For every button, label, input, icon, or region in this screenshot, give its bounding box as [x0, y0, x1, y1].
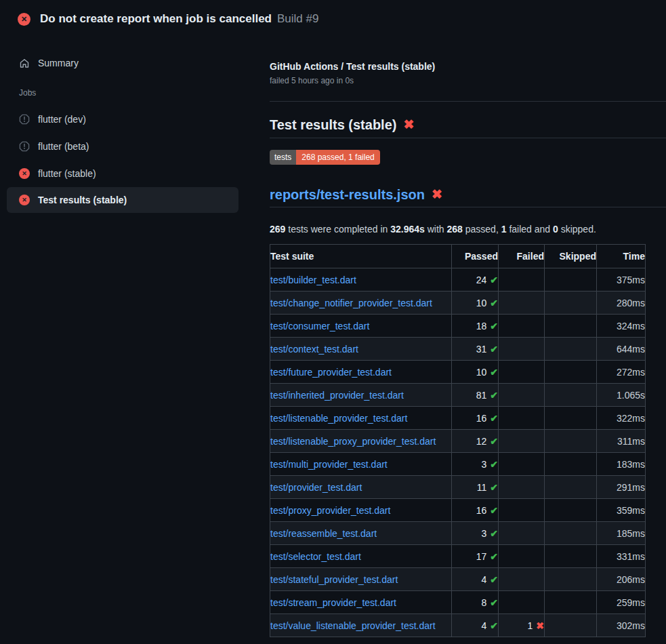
- summary-number: 1: [501, 224, 507, 235]
- sidebar-job-item[interactable]: ✕flutter (stable): [7, 160, 238, 187]
- badge-label: tests: [270, 150, 296, 165]
- failed-cell: [499, 522, 545, 545]
- failed-cell: [499, 591, 545, 614]
- check-icon: ✔: [490, 620, 498, 631]
- summary-text: tests were completed in: [285, 224, 390, 235]
- summary-number: 268: [447, 224, 463, 235]
- suite-cell: test/reassemble_test.dart: [270, 522, 452, 545]
- suite-cell: test/listenable_proxy_provider_test.dart: [270, 430, 452, 453]
- failed-cell: [499, 568, 545, 591]
- failed-cell: [499, 291, 545, 315]
- test-suite-link[interactable]: test/listenable_proxy_provider_test.dart: [270, 436, 436, 447]
- failed-x-icon: ✖: [403, 116, 414, 134]
- table-row: test/proxy_provider_test.dart16✔359ms: [270, 499, 646, 522]
- skipped-cell: [545, 614, 597, 637]
- run-title: Do not create report when job is cancell…: [40, 12, 272, 26]
- skipped-cell: [545, 568, 597, 591]
- table-row: test/change_notifier_provider_test.dart1…: [270, 291, 646, 315]
- passed-cell: 16✔: [452, 499, 499, 522]
- sidebar-job-item[interactable]: flutter (dev): [7, 106, 238, 133]
- failed-count: 1: [527, 620, 533, 631]
- failed-cell: [499, 476, 545, 499]
- test-suite-link[interactable]: test/multi_provider_test.dart: [270, 459, 388, 470]
- passed-count: 24: [476, 275, 487, 285]
- column-header: Skipped: [545, 245, 597, 268]
- suite-cell: test/context_test.dart: [270, 338, 452, 361]
- sidebar-item-summary[interactable]: Summary: [7, 54, 238, 72]
- suite-cell: test/stream_provider_test.dart: [270, 591, 452, 614]
- test-suite-link[interactable]: test/proxy_provider_test.dart: [270, 505, 390, 516]
- job-label: Test results (stable): [38, 195, 127, 205]
- sidebar: Summary Jobs flutter (dev)flutter (beta)…: [7, 38, 238, 213]
- test-suite-link[interactable]: test/stateful_provider_test.dart: [270, 574, 398, 585]
- column-header: Time: [597, 245, 646, 268]
- sidebar-job-item[interactable]: flutter (beta): [7, 133, 238, 160]
- failed-cell: [499, 338, 545, 361]
- check-icon: ✔: [490, 482, 498, 493]
- skipped-cell: [545, 315, 597, 338]
- passed-cell: 16✔: [452, 407, 499, 430]
- failed-cell: [499, 315, 545, 338]
- skipped-cell: [545, 407, 597, 430]
- test-suite-link[interactable]: test/inherited_provider_test.dart: [270, 390, 404, 401]
- sidebar-job-item[interactable]: ✕Test results (stable): [7, 187, 238, 213]
- job-label: flutter (dev): [38, 114, 86, 125]
- passed-cell: 17✔: [452, 545, 499, 568]
- test-suite-link[interactable]: test/context_test.dart: [270, 344, 358, 355]
- table-row: test/context_test.dart31✔644ms: [270, 338, 646, 361]
- skipped-cell: [545, 499, 597, 522]
- suite-cell: test/provider_test.dart: [270, 476, 452, 499]
- workflow-run-page: ✕ Do not create report when job is cance…: [0, 0, 666, 644]
- time-cell: 291ms: [597, 476, 646, 499]
- skipped-cell: [545, 476, 597, 499]
- test-suite-link[interactable]: test/consumer_test.dart: [270, 321, 369, 331]
- check-icon: ✔: [490, 275, 498, 285]
- failed-cell: [499, 545, 545, 568]
- table-row: test/listenable_proxy_provider_test.dart…: [270, 430, 646, 453]
- section-title-text: Test results (stable): [270, 116, 396, 134]
- column-header: Test suite: [270, 245, 452, 268]
- check-icon: ✔: [490, 367, 498, 378]
- test-suite-link[interactable]: test/listenable_provider_test.dart: [270, 413, 407, 424]
- skipped-cell: [545, 291, 597, 315]
- time-cell: 322ms: [597, 407, 646, 430]
- test-suite-link[interactable]: test/change_notifier_provider_test.dart: [270, 298, 432, 308]
- skipped-cell: [545, 522, 597, 545]
- sidebar-summary-label: Summary: [38, 58, 79, 68]
- check-icon: ✔: [490, 551, 498, 562]
- report-file-heading[interactable]: reports/test-results.json ✖: [270, 186, 666, 207]
- suite-cell: test/multi_provider_test.dart: [270, 453, 452, 476]
- passed-count: 4: [481, 574, 486, 585]
- passed-cell: 18✔: [452, 315, 499, 338]
- time-cell: 324ms: [597, 315, 646, 338]
- passed-cell: 3✔: [452, 453, 499, 476]
- passed-count: 16: [476, 413, 487, 424]
- check-icon: ✔: [490, 528, 498, 539]
- test-results-table: Test suitePassedFailedSkippedTime test/b…: [270, 244, 646, 637]
- report-file-link[interactable]: reports/test-results.json: [270, 186, 425, 203]
- suite-cell: test/consumer_test.dart: [270, 315, 452, 338]
- test-suite-link[interactable]: test/future_provider_test.dart: [270, 367, 392, 378]
- test-suite-link[interactable]: test/reassemble_test.dart: [270, 528, 377, 539]
- skipped-cell: [545, 384, 597, 407]
- suite-cell: test/stateful_provider_test.dart: [270, 568, 452, 591]
- passed-count: 10: [476, 367, 487, 378]
- failed-x-icon: ✖: [432, 186, 442, 203]
- summary-number: 0: [553, 224, 558, 235]
- suite-cell: test/listenable_provider_test.dart: [270, 407, 452, 430]
- test-suite-link[interactable]: test/stream_provider_test.dart: [270, 597, 396, 608]
- test-suite-link[interactable]: test/selector_test.dart: [270, 551, 361, 562]
- passed-count: 12: [476, 436, 487, 447]
- section-divider: [270, 101, 666, 102]
- passed-cell: 31✔: [452, 338, 499, 361]
- test-suite-link[interactable]: test/provider_test.dart: [270, 482, 362, 493]
- check-icon: ✔: [490, 413, 498, 424]
- test-suite-link[interactable]: test/builder_test.dart: [270, 275, 356, 285]
- table-row: test/value_listenable_provider_test.dart…: [270, 614, 646, 637]
- failed-status-icon: ✕: [19, 195, 30, 205]
- test-suite-link[interactable]: test/value_listenable_provider_test.dart: [270, 620, 436, 631]
- check-icon: ✔: [490, 321, 498, 331]
- skipped-cell: [545, 453, 597, 476]
- passed-cell: 81✔: [452, 384, 499, 407]
- time-cell: 280ms: [597, 291, 646, 315]
